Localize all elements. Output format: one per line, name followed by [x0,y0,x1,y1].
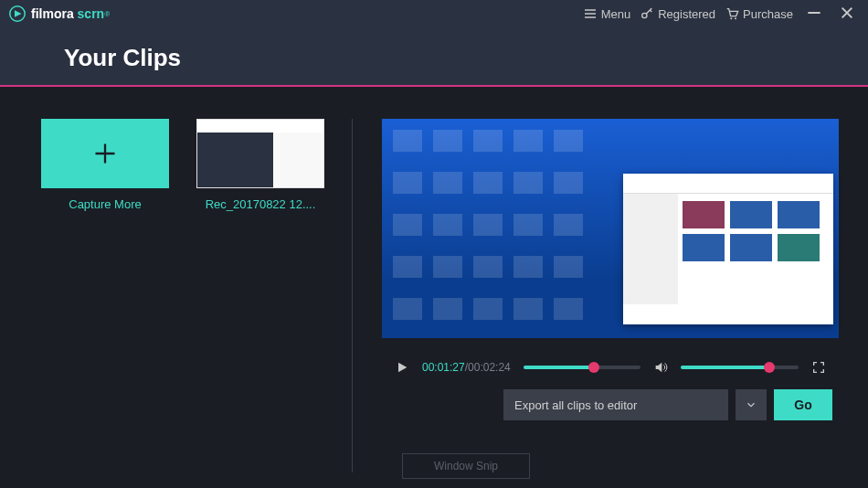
fullscreen-button[interactable] [811,360,826,375]
go-button[interactable]: Go [774,389,832,420]
player-controls: 00:01:27/00:02:24 [382,351,839,384]
duration: 00:02:24 [468,361,511,374]
purchase-label: Purchase [743,7,793,21]
play-icon [395,360,409,375]
header: Your Clips [0,27,868,85]
titlebar: filmora scrn ® Menu Registered Purchase [0,0,868,27]
cart-icon [725,6,739,21]
panel-divider [352,119,353,472]
clip-item: Rec_20170822 12.... [196,119,324,472]
page-title: Your Clips [64,44,804,72]
go-label: Go [794,398,811,412]
svg-point-2 [730,17,732,19]
progress-slider[interactable] [524,366,641,369]
current-time: 00:01:27 [422,361,465,374]
play-button[interactable] [395,360,409,375]
logo-mark-icon [9,5,26,22]
window-snip-label: Window Snip [434,460,498,472]
volume-button[interactable] [653,360,668,375]
key-icon [640,6,654,21]
registered-button[interactable]: Registered [640,6,715,21]
capture-more-item: Capture More [41,119,169,472]
menu-label: Menu [601,7,631,21]
menu-icon [583,6,598,21]
minimize-icon [807,5,821,20]
logo: filmora scrn ® [9,5,110,22]
clip-label: Rec_20170822 12.... [196,197,324,211]
export-selected-label: Export all clips to editor [514,398,637,412]
menu-button[interactable]: Menu [583,6,631,21]
plus-icon [92,141,118,166]
svg-point-3 [735,17,736,19]
export-dropdown-button[interactable] [736,389,767,420]
clip-thumbnail[interactable] [196,119,324,188]
chevron-down-icon [745,398,757,411]
close-button[interactable] [835,5,859,23]
logo-tm: ® [104,10,110,18]
registered-label: Registered [658,7,715,21]
volume-icon [653,360,668,375]
clips-panel: Capture More Rec_20170822 12.... [41,119,343,472]
export-row: Export all clips to editor Go [503,389,832,420]
logo-brand: filmora [31,6,74,21]
purchase-button[interactable]: Purchase [725,6,793,21]
main: Capture More Rec_20170822 12.... [0,87,868,488]
preview-frame[interactable] [382,119,839,351]
fullscreen-icon [811,360,826,375]
capture-more-label: Capture More [41,197,169,211]
window-snip-button[interactable]: Window Snip [402,453,530,479]
logo-product: scrn [78,6,105,21]
minimize-button[interactable] [802,5,826,23]
volume-slider[interactable] [681,366,799,369]
capture-more-button[interactable] [41,119,169,188]
close-icon [840,5,854,20]
time-display: 00:01:27/00:02:24 [422,361,511,374]
svg-point-1 [642,13,647,17]
preview-panel: 00:01:27/00:02:24 Export all clips to ed… [376,119,845,472]
export-select[interactable]: Export all clips to editor [503,389,728,420]
